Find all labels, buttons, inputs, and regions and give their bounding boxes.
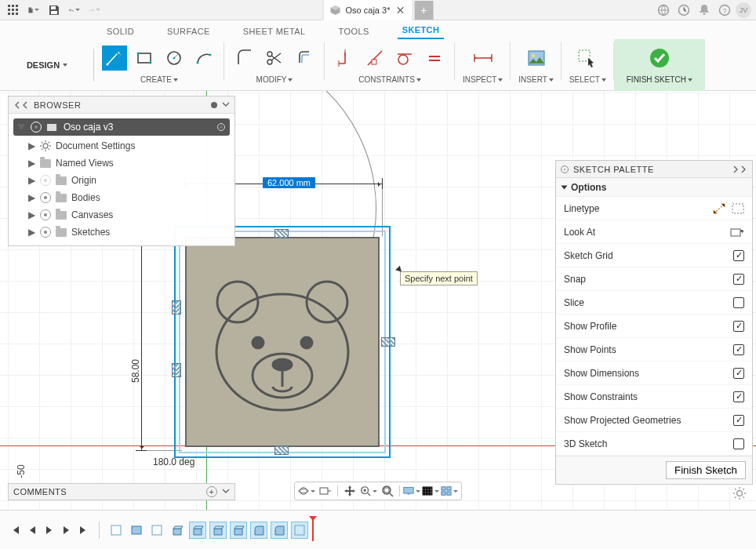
timeline-feature-extrude[interactable]: [169, 522, 186, 539]
timeline-feature-sketch[interactable]: [148, 522, 165, 539]
comments-panel-header[interactable]: COMMENTS +: [8, 483, 235, 500]
browser-header[interactable]: BROWSER: [9, 96, 234, 114]
palette-header[interactable]: SKETCH PALETTE: [556, 161, 752, 178]
new-tab-button[interactable]: +: [414, 1, 433, 20]
look-at-button[interactable]: [317, 483, 334, 499]
vertical-dimension[interactable]: [141, 242, 142, 450]
tool-insert-image[interactable]: [524, 45, 549, 71]
tool-measure[interactable]: [471, 45, 496, 71]
job-status-button[interactable]: [674, 1, 693, 20]
chevron-down-icon[interactable]: [222, 489, 230, 495]
browser-item-named-views[interactable]: ▶ Named Views: [9, 155, 234, 172]
browser-item-bodies[interactable]: ▶ Bodies: [9, 189, 234, 206]
palette-options-header[interactable]: Options: [556, 178, 752, 197]
browser-item-origin[interactable]: ▶ Origin: [9, 172, 234, 189]
document-tab[interactable]: Oso caja 3*: [323, 0, 413, 20]
browser-item-doc-settings[interactable]: ▶ Document Settings: [9, 137, 234, 155]
checkbox[interactable]: [733, 250, 744, 261]
ribbon-tab-sketch[interactable]: SKETCH: [398, 22, 445, 39]
browser-root-component[interactable]: ▶ Oso caja v3: [13, 118, 230, 136]
visibility-toggle-icon[interactable]: [40, 227, 51, 238]
viewport-button[interactable]: [441, 483, 458, 499]
ribbon-group-label[interactable]: MODIFY: [256, 75, 293, 84]
angle-dimension-value[interactable]: 180.0 deg: [153, 456, 194, 467]
timeline-goto-end[interactable]: [77, 523, 91, 537]
visibility-toggle-icon[interactable]: [40, 192, 51, 203]
timeline-feature-sketch[interactable]: [107, 522, 125, 539]
disclosure-triangle-icon[interactable]: ▶: [16, 123, 27, 131]
ribbon-group-label[interactable]: INSPECT: [463, 75, 503, 84]
grid-settings-button[interactable]: [422, 483, 439, 499]
disclosure-triangle-icon[interactable]: ▶: [27, 175, 35, 186]
timeline-marker[interactable]: [311, 519, 314, 541]
checkbox[interactable]: [733, 368, 744, 379]
tool-trim[interactable]: [262, 45, 287, 71]
finish-sketch-button[interactable]: [647, 45, 672, 71]
help-button[interactable]: ?: [715, 1, 734, 20]
chevron-right-icon[interactable]: [740, 165, 747, 173]
tool-fillet[interactable]: [232, 45, 257, 71]
checkbox[interactable]: [733, 344, 744, 355]
disclosure-triangle-icon[interactable]: ▶: [27, 158, 35, 169]
checkbox[interactable]: [733, 321, 744, 332]
vertical-dimension-value[interactable]: 58.00: [130, 359, 141, 383]
timeline-feature-extrude[interactable]: [189, 522, 206, 539]
chevron-right-icon[interactable]: [732, 165, 740, 173]
disclosure-triangle-icon[interactable]: ▶: [27, 192, 35, 203]
redo-button[interactable]: [85, 0, 105, 20]
browser-item-canvases[interactable]: ▶ Canvases: [9, 206, 234, 224]
active-component-indicator[interactable]: [217, 123, 225, 131]
centerline-linetype-icon[interactable]: [732, 203, 744, 214]
visibility-toggle-icon[interactable]: [40, 175, 51, 186]
tool-select[interactable]: [575, 45, 600, 71]
ribbon-tab-tools[interactable]: TOOLS: [334, 24, 374, 39]
close-tab-button[interactable]: [394, 5, 405, 16]
checkbox[interactable]: [733, 297, 744, 308]
ribbon-group-label[interactable]: INSERT: [518, 75, 554, 84]
timeline-goto-start[interactable]: [8, 523, 22, 537]
pin-icon[interactable]: [561, 165, 569, 173]
fit-button[interactable]: [379, 483, 396, 499]
pan-button[interactable]: [341, 483, 358, 499]
orbit-button[interactable]: [298, 483, 315, 499]
tool-arc[interactable]: [191, 45, 216, 71]
extensions-button[interactable]: [654, 1, 673, 20]
constraint-glyph[interactable]: [172, 363, 181, 377]
sketch-body[interactable]: [180, 232, 384, 452]
checkbox[interactable]: [733, 391, 744, 402]
ribbon-group-label[interactable]: CREATE: [140, 75, 178, 84]
constraint-glyph[interactable]: [274, 445, 289, 455]
visibility-toggle-icon[interactable]: [31, 122, 42, 133]
timeline-step-back[interactable]: [25, 523, 39, 537]
ribbon-group-label[interactable]: FINISH SKETCH: [627, 75, 692, 84]
ribbon-tab-sheet-metal[interactable]: SHEET METAL: [238, 24, 311, 39]
constraint-glyph[interactable]: [172, 300, 181, 314]
timeline-feature-sketch[interactable]: [291, 522, 308, 539]
workspace-switcher[interactable]: DESIGN: [0, 39, 94, 91]
tool-tangent[interactable]: [392, 45, 417, 71]
tool-circle[interactable]: [162, 45, 187, 71]
tool-offset[interactable]: [292, 45, 317, 71]
horizontal-dimension-value[interactable]: 62.000 mm: [263, 177, 315, 188]
save-button[interactable]: [44, 0, 64, 20]
new-file-button[interactable]: [24, 0, 44, 20]
chevron-left-icon[interactable]: [13, 101, 21, 109]
visibility-toggle-icon[interactable]: [40, 209, 51, 220]
tool-coincident[interactable]: [362, 45, 387, 71]
ribbon-group-label[interactable]: CONSTRAINTS: [358, 75, 421, 84]
ribbon-tab-surface[interactable]: SURFACE: [162, 24, 215, 39]
tool-horizontal-vertical[interactable]: [333, 45, 358, 71]
checkbox[interactable]: [733, 274, 744, 285]
timeline-play[interactable]: [42, 523, 56, 537]
add-comment-button[interactable]: +: [206, 486, 217, 497]
disclosure-triangle-icon[interactable]: ▶: [27, 209, 35, 220]
tool-rectangle[interactable]: [132, 45, 157, 71]
timeline-feature-canvas[interactable]: [128, 522, 145, 539]
look-at-icon[interactable]: [730, 227, 744, 238]
ribbon-tab-solid[interactable]: SOLID: [102, 24, 139, 39]
checkbox[interactable]: [733, 438, 744, 449]
timeline-feature-fillet[interactable]: [250, 522, 267, 539]
tool-line[interactable]: [102, 45, 127, 71]
chevron-down-icon[interactable]: [222, 102, 230, 108]
notifications-button[interactable]: [695, 1, 714, 20]
